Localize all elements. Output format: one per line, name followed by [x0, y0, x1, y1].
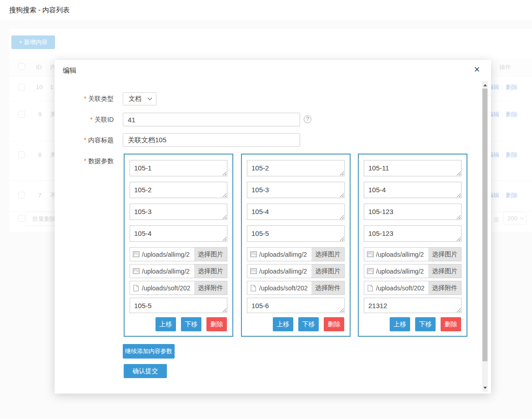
resize-handle-icon[interactable]: [457, 237, 461, 241]
chevron-down-icon: [148, 96, 152, 100]
param-textarea[interactable]: 105-11: [364, 160, 462, 176]
attachment-path-field[interactable]: /uploads/soft/202 选择附件: [247, 281, 345, 295]
resize-handle-icon[interactable]: [457, 215, 461, 219]
resize-handle-icon[interactable]: [222, 215, 226, 219]
dialog-title: 编辑: [63, 66, 76, 75]
resize-handle-icon[interactable]: [222, 237, 226, 241]
resize-handle-icon[interactable]: [340, 215, 344, 219]
image-path-field[interactable]: /uploads/allimg/2 选择图片: [247, 247, 345, 261]
move-down-button[interactable]: 下移: [181, 317, 201, 331]
image-path-text: /uploads/allimg/2: [376, 251, 428, 258]
resize-handle-icon[interactable]: [340, 171, 344, 175]
attachment-path-field[interactable]: /uploads/soft/202 选择附件: [364, 281, 462, 295]
param-textarea[interactable]: 105-5: [247, 225, 345, 242]
choose-attachment-button[interactable]: 选择附件: [311, 281, 344, 294]
move-down-button[interactable]: 下移: [298, 317, 319, 331]
param-textarea[interactable]: 105-2: [130, 182, 227, 198]
param-textarea[interactable]: 105-123: [364, 225, 462, 242]
choose-image-button[interactable]: 选择图片: [311, 248, 344, 261]
param-text: 105-11: [368, 164, 389, 172]
submit-button[interactable]: 确认提交: [124, 364, 167, 378]
delete-button[interactable]: 删除: [441, 317, 461, 331]
top-bar: 搜狗搜索 - 内容列表: [0, 0, 532, 20]
image-icon: [130, 268, 142, 274]
image-path-text: /uploads/allimg/2: [142, 268, 194, 275]
param-textarea[interactable]: 21312: [364, 298, 462, 313]
field-label-relation-type: *关联类型: [55, 92, 114, 105]
choose-image-button[interactable]: 选择图片: [428, 264, 461, 278]
field-label-data-params: *数据参数: [55, 156, 114, 165]
image-icon: [364, 268, 376, 274]
choose-image-button[interactable]: 选择图片: [194, 264, 227, 278]
resize-handle-icon[interactable]: [340, 308, 344, 312]
required-asterisk: *: [90, 116, 93, 123]
file-icon: [364, 285, 376, 291]
file-icon: [130, 285, 142, 291]
choose-attachment-button[interactable]: 选择附件: [428, 281, 461, 294]
relation-id-input[interactable]: [123, 113, 300, 126]
param-text: 105-4: [251, 208, 269, 215]
param-textarea[interactable]: 105-4: [364, 182, 462, 198]
content-title-input[interactable]: [123, 133, 300, 147]
param-text: 105-6: [251, 302, 269, 309]
move-up-button[interactable]: 上移: [156, 317, 176, 331]
scrollbar-thumb[interactable]: [482, 89, 487, 361]
help-icon[interactable]: ?: [304, 115, 311, 123]
param-textarea[interactable]: 105-1: [130, 160, 227, 176]
image-icon: [130, 251, 142, 257]
param-text: 105-123: [368, 208, 393, 215]
resize-handle-icon[interactable]: [340, 237, 344, 241]
resize-handle-icon[interactable]: [222, 308, 226, 312]
param-text: 105-2: [134, 186, 151, 194]
delete-button[interactable]: 删除: [206, 317, 227, 331]
resize-handle-icon[interactable]: [222, 171, 226, 175]
image-path-text: /uploads/allimg/2: [376, 268, 428, 275]
move-down-button[interactable]: 下移: [415, 317, 436, 331]
param-text: 105-123: [368, 229, 393, 237]
image-path-field[interactable]: /uploads/allimg/2 选择图片: [247, 264, 345, 278]
image-path-field[interactable]: /uploads/allimg/2 选择图片: [364, 247, 462, 261]
scroll-down-arrow-icon[interactable]: [482, 384, 488, 391]
scroll-up-arrow-icon[interactable]: [482, 82, 488, 88]
param-textarea[interactable]: 105-5: [130, 298, 227, 313]
param-textarea[interactable]: 105-4: [130, 225, 227, 242]
param-textarea[interactable]: 105-3: [247, 182, 345, 198]
panel-buttons: 上移 下移 删除: [130, 317, 227, 331]
close-icon[interactable]: ×: [471, 64, 483, 75]
param-textarea[interactable]: 105-2: [247, 160, 345, 176]
required-asterisk: *: [84, 95, 86, 102]
image-icon: [364, 251, 376, 257]
image-path-field[interactable]: /uploads/allimg/2 选择图片: [364, 264, 462, 278]
resize-handle-icon[interactable]: [457, 171, 461, 175]
image-icon: [247, 268, 259, 274]
resize-handle-icon[interactable]: [457, 308, 461, 312]
image-path-text: /uploads/allimg/2: [142, 251, 194, 258]
resize-handle-icon[interactable]: [222, 193, 226, 197]
image-icon: [247, 251, 259, 257]
param-textarea[interactable]: 105-3: [130, 204, 227, 220]
param-text: 105-4: [134, 229, 151, 237]
add-params-button[interactable]: 继续添加内容参数: [123, 344, 175, 359]
choose-image-button[interactable]: 选择图片: [428, 248, 461, 261]
choose-image-button[interactable]: 选择图片: [194, 248, 227, 261]
resize-handle-icon[interactable]: [457, 193, 461, 197]
param-textarea[interactable]: 105-6: [247, 298, 345, 313]
attachment-path-field[interactable]: /uploads/soft/202 选择附件: [130, 281, 227, 295]
param-textarea[interactable]: 105-123: [364, 204, 462, 220]
relation-type-select[interactable]: 文档: [123, 92, 156, 105]
image-path-field[interactable]: /uploads/allimg/2 选择图片: [130, 247, 227, 261]
move-up-button[interactable]: 上移: [273, 317, 293, 331]
choose-image-button[interactable]: 选择图片: [311, 264, 344, 278]
required-asterisk: *: [84, 136, 86, 144]
resize-handle-icon[interactable]: [340, 193, 344, 197]
param-text: 21312: [368, 302, 387, 309]
move-up-button[interactable]: 上移: [390, 317, 410, 331]
choose-attachment-button[interactable]: 选择附件: [194, 281, 227, 294]
param-textarea[interactable]: 105-4: [247, 204, 345, 220]
param-text: 105-5: [251, 229, 269, 237]
delete-button[interactable]: 删除: [324, 317, 344, 331]
image-path-field[interactable]: /uploads/allimg/2 选择图片: [130, 264, 227, 278]
relation-type-value: 文档: [129, 95, 141, 103]
panel-buttons: 上移 下移 删除: [364, 317, 462, 331]
attachment-path-text: /uploads/soft/202: [376, 284, 428, 292]
